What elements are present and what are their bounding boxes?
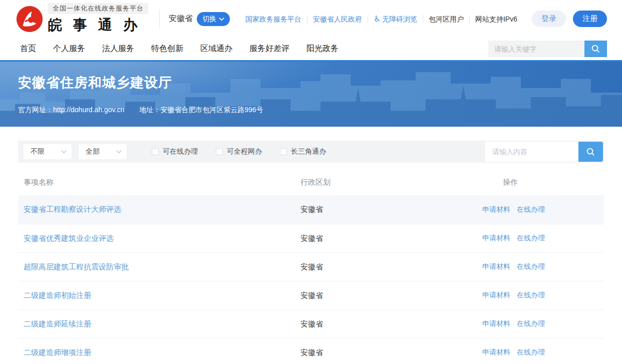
link-anhui-gov[interactable]: 安徽省人民政府 [307,15,368,23]
apply-materials-link[interactable]: 申请材料 [482,319,510,328]
column-action: 操作 [482,178,538,187]
nav-item[interactable]: 个人服务 [53,44,85,54]
table-header: 事项名称 行政区划 操作 [18,163,604,195]
link-national-platform[interactable]: 国家政务服务平台 [240,15,307,23]
nav-item[interactable]: 法人服务 [102,44,134,54]
logo-icon [16,6,43,33]
keyword-search-input[interactable] [488,41,584,57]
brand-title: 皖事通办 [48,16,148,35]
item-name-link[interactable]: 安徽省优秀建筑业企业评选 [24,234,114,242]
item-region: 安徽省 [300,319,323,328]
item-region: 安徽省 [300,262,323,271]
checkbox-box [216,148,223,155]
table-row: 二级建造师增项注册 安徽省 申请材料 在线办理 [18,338,604,364]
nav-items: 首页个人服务法人服务特色创新区域通办服务好差评阳光政务 [20,44,356,54]
online-handle-checkbox[interactable]: 可在线办理 [152,147,198,156]
scope-select[interactable]: 不限 [24,144,72,159]
category-select[interactable]: 全部 [79,144,127,159]
login-button[interactable]: 登录 [532,11,566,27]
apply-materials-link[interactable]: 申请材料 [482,291,510,300]
chevron-down-icon [61,150,67,154]
apply-materials-link[interactable]: 申请材料 [482,262,510,271]
official-website: 官方网址：http://dohurd.ah.gov.cn [18,106,124,115]
region-group: 安徽省 切换 [159,10,230,29]
checkbox-label: 可全程网办 [227,147,262,156]
register-button[interactable]: 注册 [573,11,607,27]
item-name-link[interactable]: 超限高层建筑工程抗震设防审批 [24,262,129,271]
online-handle-link[interactable]: 在线办理 [517,348,545,357]
department-banner: 安徽省住房和城乡建设厅 官方网址：http://dohurd.ah.gov.cn… [0,62,622,127]
checkbox-label: 长三角通办 [291,147,326,156]
table-row: 超限高层建筑工程抗震设防审批 安徽省 申请材料 在线办理 [18,252,604,281]
nav-item[interactable]: 区域通办 [200,44,232,54]
checkbox-box [152,148,159,155]
department-address: 地址：安徽省合肥市包河区紫云路996号 [139,106,263,115]
banner-info: 官方网址：http://dohurd.ah.gov.cn 地址：安徽省合肥市包河… [18,106,622,115]
items-table: 事项名称 行政区划 操作 安徽省工程勘察设计大师评选 安徽省 申请材料 在线办理… [18,163,604,364]
accessibility-icon: ♿ [374,16,381,23]
top-link-label: 包河区用户 [429,15,464,23]
apply-materials-link[interactable]: 申请材料 [482,234,510,243]
nav-item[interactable]: 服务好差评 [249,44,289,54]
item-name-link[interactable]: 二级建造师增项注册 [24,348,91,356]
platform-label: 全国一体化在线政务服务平台 [48,3,148,14]
content-area: 不限 全部 可在线办理 可全程网办 长三角通办 [18,141,604,364]
table-body: 安徽省工程勘察设计大师评选 安徽省 申请材料 在线办理 安徽省优秀建筑业企业评选… [18,195,604,364]
apply-materials-link[interactable]: 申请材料 [482,205,510,214]
content-search-button[interactable] [578,142,603,162]
switch-label: 切换 [202,15,216,24]
checkbox-box [280,148,287,155]
link-baohe-user[interactable]: 包河区用户 [423,15,469,23]
table-row: 二级建造师延续注册 安徽省 申请材料 在线办理 [18,309,604,338]
online-handle-link[interactable]: 在线办理 [517,262,545,271]
online-handle-link[interactable]: 在线办理 [517,234,545,243]
item-region: 安徽省 [300,348,323,356]
content-search-input[interactable] [485,142,578,162]
item-name-link[interactable]: 二级建造师延续注册 [24,319,91,328]
top-link-label: 安徽省人民政府 [313,15,362,23]
online-handle-link[interactable]: 在线办理 [517,205,545,214]
top-link-label: 网站支持IPv6 [475,15,517,23]
link-accessibility[interactable]: ♿无障碍浏览 [368,15,423,23]
table-row: 安徽省优秀建筑业企业评选 安徽省 申请材料 在线办理 [18,224,604,252]
apply-materials-link[interactable]: 申请材料 [482,348,510,357]
item-region: 安徽省 [300,234,323,242]
nav-search [488,41,607,57]
department-title: 安徽省住房和城乡建设厅 [18,74,622,92]
search-icon [586,147,595,157]
item-name-link[interactable]: 安徽省工程勘察设计大师评选 [24,205,121,213]
site-header: 全国一体化在线政务服务平台 皖事通办 安徽省 切换 国家政务服务平台安徽省人民政… [0,0,622,38]
yangtze-delta-checkbox[interactable]: 长三角通办 [280,147,326,156]
search-icon [591,44,600,54]
table-row: 安徽省工程勘察设计大师评选 安徽省 申请材料 在线办理 [18,195,604,224]
online-handle-link[interactable]: 在线办理 [517,319,545,328]
checkbox-label: 可在线办理 [163,147,198,156]
nav-item[interactable]: 阳光政务 [306,44,339,54]
category-select-value: 全部 [86,147,100,156]
site-logo[interactable]: 全国一体化在线政务服务平台 皖事通办 [16,3,148,35]
column-region: 行政区划 [300,178,482,187]
chevron-down-icon [116,150,122,154]
header-links: 国家政务服务平台安徽省人民政府♿无障碍浏览包河区用户网站支持IPv6 [240,15,523,23]
region-name: 安徽省 [169,14,193,24]
vertical-divider [159,10,160,29]
table-row: 二级建造师初始注册 安徽省 申请材料 在线办理 [18,281,604,309]
item-region: 安徽省 [300,205,323,213]
full-online-checkbox[interactable]: 可全程网办 [216,147,262,156]
region-switch-button[interactable]: 切换 [197,12,230,26]
chevron-down-icon [219,17,224,21]
item-region: 安徽省 [300,291,323,299]
filter-search [485,142,603,162]
nav-item[interactable]: 首页 [20,44,36,54]
online-handle-link[interactable]: 在线办理 [517,291,545,300]
keyword-search-button[interactable] [584,41,607,57]
item-name-link[interactable]: 二级建造师初始注册 [24,291,91,299]
scope-select-value: 不限 [31,147,45,156]
link-ipv6[interactable]: 网站支持IPv6 [469,15,523,23]
column-item-name: 事项名称 [18,178,300,187]
main-nav: 首页个人服务法人服务特色创新区域通办服务好差评阳光政务 [0,38,622,62]
top-link-label: 无障碍浏览 [382,15,417,23]
filter-bar: 不限 全部 可在线办理 可全程网办 长三角通办 [18,141,604,163]
nav-item[interactable]: 特色创新 [151,44,183,54]
top-link-label: 国家政务服务平台 [245,15,301,23]
